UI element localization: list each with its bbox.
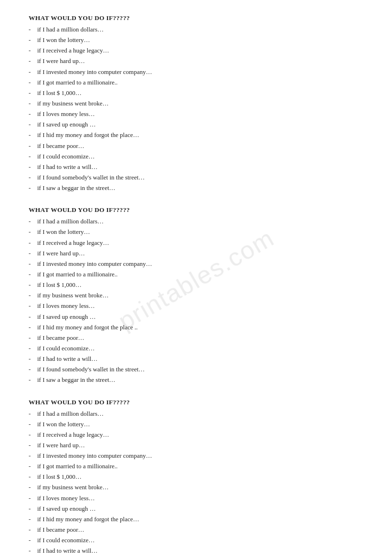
dash-symbol: -	[29, 280, 37, 290]
dash-symbol: -	[29, 344, 37, 353]
item-text: if I became poor…	[37, 141, 85, 151]
item-text: if I had a million dollars…	[37, 217, 104, 226]
list-item: -if I lost $ 1,000…	[29, 280, 363, 290]
item-text: if I won the lottery…	[37, 35, 90, 45]
dash-symbol: -	[29, 162, 37, 172]
item-text: if I had to write a will…	[37, 162, 97, 172]
dash-symbol: -	[29, 35, 37, 45]
list-item: -if I got married to a millionaire..	[29, 270, 363, 279]
section-title-1: WHAT WOULD YOU DO IF?????	[29, 14, 363, 22]
list-item: -if I became poor…	[29, 333, 363, 343]
item-text: if I could economize…	[37, 152, 95, 161]
item-text: if I had to write a will…	[37, 546, 97, 556]
dash-symbol: -	[29, 67, 37, 77]
dash-symbol: -	[29, 25, 37, 34]
item-text: if I were hard up…	[37, 56, 85, 66]
list-item: -if my business went broke…	[29, 291, 363, 300]
dash-symbol: -	[29, 46, 37, 55]
list-item: -if I hid my money and forgot the place …	[29, 323, 363, 332]
item-text: if I got married to a millionaire..	[37, 270, 117, 279]
item-text: if I saved up enough …	[37, 120, 95, 129]
list-item: -if I invested money into computer compa…	[29, 259, 363, 269]
list-item: -if I saw a beggar in the street…	[29, 375, 363, 385]
list-item: -if I hid my money and forgot the place…	[29, 515, 363, 524]
item-text: if I invested money into computer compan…	[37, 451, 152, 461]
list-item: -if I could economize…	[29, 152, 363, 161]
item-text: if I loves money less…	[37, 109, 95, 119]
item-text: if I were hard up…	[37, 249, 85, 258]
dash-symbol: -	[29, 504, 37, 514]
list-item: -if I had to write a will…	[29, 162, 363, 172]
item-text: if I lost $ 1,000…	[37, 280, 82, 290]
item-text: if I got married to a millionaire..	[37, 462, 117, 471]
list-item: -if I saved up enough …	[29, 504, 363, 514]
dash-symbol: -	[29, 291, 37, 300]
item-text: if I received a huge legacy…	[37, 238, 109, 248]
list-item: -if I found somebody's wallet in the str…	[29, 173, 363, 182]
item-text: if I had a million dollars…	[37, 409, 104, 419]
item-text: if I saved up enough …	[37, 504, 95, 514]
dash-symbol: -	[29, 451, 37, 461]
item-text: if I saw a beggar in the street…	[37, 375, 116, 385]
dash-symbol: -	[29, 120, 37, 129]
list-item: -if I had to write a will…	[29, 354, 363, 364]
dash-symbol: -	[29, 365, 37, 374]
item-text: if I had to write a will…	[37, 354, 97, 364]
list-item: -if I invested money into computer compa…	[29, 451, 363, 461]
item-text: if I could economize…	[37, 536, 95, 545]
list-item: -if I saved up enough …	[29, 312, 363, 322]
list-item: -if I got married to a millionaire..	[29, 78, 363, 87]
item-text: if I could economize…	[37, 344, 95, 353]
item-text: if I lost $ 1,000…	[37, 472, 82, 482]
list-item: -if I lost $ 1,000…	[29, 88, 363, 98]
item-list-1: -if I had a million dollars…-if I won th…	[29, 25, 363, 193]
item-text: if I saw a beggar in the street…	[37, 183, 116, 193]
list-item: -if I were hard up…	[29, 249, 363, 258]
dash-symbol: -	[29, 312, 37, 322]
section-1: WHAT WOULD YOU DO IF?????-if I had a mil…	[29, 14, 363, 193]
item-text: if I loves money less…	[37, 494, 95, 503]
item-text: if my business went broke…	[37, 291, 108, 300]
item-text: if my business went broke…	[37, 99, 108, 108]
list-item: -if I won the lottery…	[29, 420, 363, 429]
list-item: -if I received a huge legacy…	[29, 430, 363, 440]
dash-symbol: -	[29, 525, 37, 535]
item-text: if I found somebody's wallet in the stre…	[37, 173, 145, 182]
list-item: -if I won the lottery…	[29, 227, 363, 237]
dash-symbol: -	[29, 462, 37, 471]
dash-symbol: -	[29, 409, 37, 419]
section-title-2: WHAT WOULD YOU DO IF?????	[29, 206, 363, 214]
dash-symbol: -	[29, 515, 37, 524]
list-item: -if I found somebody's wallet in the str…	[29, 365, 363, 374]
list-item: -if I loves money less…	[29, 494, 363, 503]
list-item: -if I were hard up…	[29, 441, 363, 450]
item-text: if I received a huge legacy…	[37, 46, 109, 55]
list-item: -if I won the lottery…	[29, 35, 363, 45]
item-list-3: -if I had a million dollars…-if I won th…	[29, 409, 363, 558]
section-3: WHAT WOULD YOU DO IF?????-if I had a mil…	[29, 399, 363, 558]
dash-symbol: -	[29, 375, 37, 385]
dash-symbol: -	[29, 270, 37, 279]
dash-symbol: -	[29, 249, 37, 258]
list-item: -if I invested money into computer compa…	[29, 67, 363, 77]
dash-symbol: -	[29, 141, 37, 151]
list-item: -if I saw a beggar in the street…	[29, 183, 363, 193]
dash-symbol: -	[29, 173, 37, 182]
list-item: -if I had a million dollars…	[29, 217, 363, 226]
list-item: -if I became poor…	[29, 141, 363, 151]
list-item: -if I had a million dollars…	[29, 409, 363, 419]
list-item: -if my business went broke…	[29, 483, 363, 492]
page-content: WHAT WOULD YOU DO IF?????-if I had a mil…	[29, 14, 363, 558]
dash-symbol: -	[29, 227, 37, 237]
dash-symbol: -	[29, 217, 37, 226]
list-item: -if I had to write a will…	[29, 546, 363, 556]
item-text: if I invested money into computer compan…	[37, 67, 152, 77]
item-text: if I hid my money and forgot the place…	[37, 515, 139, 524]
dash-symbol: -	[29, 483, 37, 492]
item-text: if I invested money into computer compan…	[37, 259, 152, 269]
section-2: WHAT WOULD YOU DO IF?????-if I had a mil…	[29, 206, 363, 385]
dash-symbol: -	[29, 259, 37, 269]
dash-symbol: -	[29, 430, 37, 440]
dash-symbol: -	[29, 99, 37, 108]
list-item: -if I got married to a millionaire..	[29, 462, 363, 471]
